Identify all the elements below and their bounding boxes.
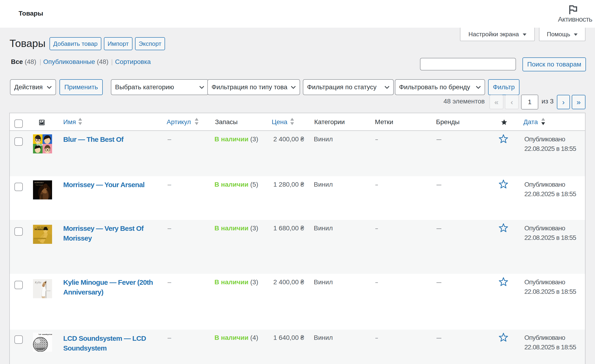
svg-text:blur: blur bbox=[36, 143, 43, 146]
svg-text:"Your Arsenal": "Your Arsenal" bbox=[35, 184, 43, 186]
svg-text:— VERY BEST OF —: — VERY BEST OF — bbox=[35, 226, 50, 228]
svg-text:MORRISSEY: MORRISSEY bbox=[34, 182, 44, 183]
svg-text:MORRISSEY: MORRISSEY bbox=[34, 228, 49, 231]
svg-text:FEVER: FEVER bbox=[47, 290, 51, 292]
svg-text:Kylie: Kylie bbox=[35, 281, 41, 284]
svg-text:lcd soundsystem: lcd soundsystem bbox=[38, 334, 52, 335]
